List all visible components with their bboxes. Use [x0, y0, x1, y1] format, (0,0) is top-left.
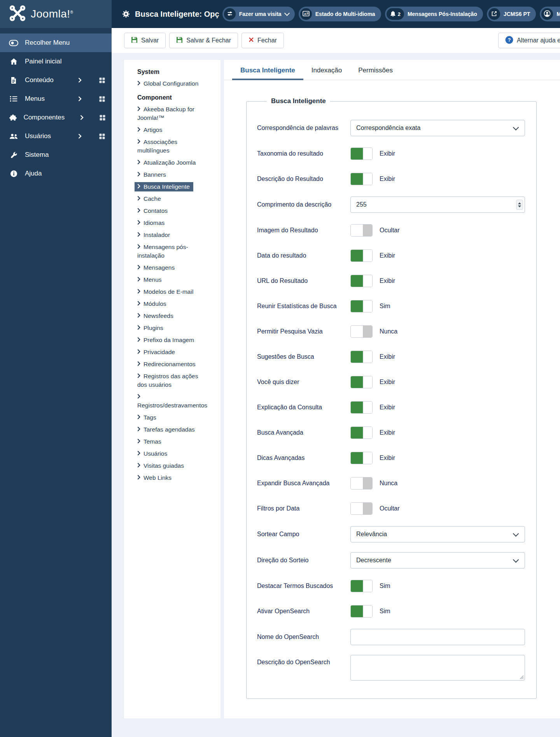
- reunir-estatisticas-de-busca-toggle[interactable]: [350, 300, 373, 312]
- notification-badge: 2: [398, 11, 401, 17]
- sidebar-item-ajuda[interactable]: Ajuda: [0, 164, 112, 183]
- settings-nav-item-instalador[interactable]: Instalador: [137, 231, 201, 239]
- wrench-icon: [9, 151, 18, 159]
- field-label: Sugestões de Busca: [257, 353, 350, 360]
- dashboard-grid-icon[interactable]: [97, 77, 107, 83]
- comprimento-da-descricao-input[interactable]: [350, 197, 525, 213]
- pill-estado-do-multi-idioma[interactable]: AEstado do Multi-idioma: [299, 7, 381, 21]
- tab-indexacao[interactable]: Indexação: [303, 60, 350, 80]
- settings-nav-item-cache[interactable]: Cache: [137, 195, 201, 203]
- field-row-direcao-do-sorteio: Direção do SorteioDecrescente: [257, 552, 525, 569]
- sidebar-item-label: Menus: [25, 95, 45, 103]
- settings-nav-item-redirecionamentos[interactable]: Redirecionamentos: [137, 360, 201, 368]
- permitir-pesquisa-vazia-toggle[interactable]: [350, 325, 373, 338]
- settings-nav-item-menus[interactable]: Menus: [137, 275, 201, 284]
- settings-nav-item-atualizacao-joomla[interactable]: Atualização Joomla: [137, 158, 201, 167]
- settings-nav-item-idiomas[interactable]: Idiomas: [137, 219, 201, 227]
- alternar-ajuda-em-linha-button[interactable]: ?Alternar ajuda em linha: [498, 33, 560, 48]
- settings-nav-item-global-configuration[interactable]: Global Configuration: [137, 79, 201, 88]
- settings-nav-item-inner: Atualização Joomla: [137, 159, 196, 166]
- sugestoes-de-busca-toggle[interactable]: [350, 351, 373, 363]
- settings-nav-item-artigos[interactable]: Artigos: [137, 126, 201, 134]
- number-stepper[interactable]: [516, 200, 523, 210]
- descricao-do-resultado-toggle[interactable]: [350, 173, 373, 185]
- settings-nav-item-usuarios[interactable]: Usuários: [137, 449, 201, 458]
- chevron-right-white-icon: [75, 77, 84, 83]
- sortear-campo-select[interactable]: Relevância: [350, 526, 525, 542]
- settings-nav-item-modelos-de-e-mail[interactable]: Modelos de E-mail: [137, 288, 201, 296]
- toggle-icon: [9, 40, 18, 46]
- pill-label: JCMS6 PT: [504, 11, 530, 17]
- settings-nav-item-contatos[interactable]: Contatos: [137, 207, 201, 215]
- nome-do-opensearch-input[interactable]: [350, 629, 525, 645]
- settings-nav-item-mensagens-pos-instalacao[interactable]: Mensagens pós-instalação: [137, 243, 201, 260]
- settings-nav-item-busca-inteligente[interactable]: Busca Inteligente: [137, 182, 201, 191]
- settings-nav-item-banners[interactable]: Banners: [137, 170, 201, 179]
- ativar-opensearch-toggle[interactable]: [350, 605, 373, 618]
- settings-nav-item-privacidade[interactable]: Privacidade: [137, 348, 201, 356]
- sidebar-item-sistema[interactable]: Sistema: [0, 146, 112, 164]
- data-do-resultado-toggle[interactable]: [350, 249, 373, 262]
- expandir-busca-avancada-toggle[interactable]: [350, 477, 373, 490]
- settings-nav-item-akeeba-backup-for-joomla[interactable]: Akeeba Backup for Joomla!™: [137, 105, 201, 122]
- chevron-right-dark-icon: [137, 348, 140, 356]
- settings-nav-item-tarefas-agendadas[interactable]: Tarefas agendadas: [137, 425, 201, 434]
- field-row-busca-avancada: Busca AvançadaExibir: [257, 425, 525, 440]
- dashboard-grid-icon[interactable]: [99, 115, 107, 121]
- url-do-resultado-toggle[interactable]: [350, 275, 373, 287]
- pill-label: Estado do Multi-idioma: [315, 11, 375, 17]
- settings-nav-item-mensagens[interactable]: Mensagens: [137, 263, 201, 272]
- settings-nav-item-prefixo-da-imagem[interactable]: Prefixo da Imagem: [137, 336, 201, 344]
- dashboard-grid-icon[interactable]: [97, 96, 107, 102]
- pill-menu-de-usuario[interactable]: Menu de Usuário: [540, 7, 560, 21]
- voce-quis-dizer-toggle[interactable]: [350, 376, 373, 388]
- info-icon: [9, 170, 18, 177]
- pill-fazer-uma-visita[interactable]: Fazer uma visita: [222, 7, 295, 21]
- button-label: Alternar ajuda em linha: [517, 37, 560, 44]
- settings-nav-item-temas[interactable]: Temas: [137, 437, 201, 446]
- explicacao-da-consulta-toggle[interactable]: [350, 401, 373, 414]
- settings-nav-item-modulos[interactable]: Módulos: [137, 300, 201, 308]
- settings-nav-item-registros-das-acoes-dos-usuarios[interactable]: Registros das ações dos usuários: [137, 372, 201, 389]
- settings-nav-item-visitas-guiadas[interactable]: Visitas guiadas: [137, 462, 201, 470]
- sidebar-item-usuarios[interactable]: Usuários: [0, 127, 112, 146]
- sidebar-item-conteudo[interactable]: Conteúdo: [0, 71, 112, 89]
- settings-nav-item-newsfeeds[interactable]: Newsfeeds: [137, 312, 201, 320]
- pill-mensagens-pos-instalacao[interactable]: 2Mensagens Pós-Instalação: [385, 7, 483, 21]
- settings-nav-item-label: Artigos: [144, 126, 162, 133]
- sidebar-item-painel-inicial[interactable]: Painel inicial: [0, 52, 112, 71]
- settings-nav-item-associacoes-multilingues[interactable]: Associações multilíngues: [137, 138, 201, 155]
- page-heading: Busca Inteligente: Opç: [122, 10, 219, 19]
- sidebar-item-recolher-menu[interactable]: Recolher Menu: [0, 33, 112, 52]
- salvar-fechar-button[interactable]: Salvar & Fechar: [169, 33, 238, 48]
- taxonomia-do-resultado-toggle[interactable]: [350, 147, 373, 160]
- field-label: Explicação da Consulta: [257, 404, 350, 411]
- settings-nav-item-registros-destravamentos[interactable]: Registros/destravamentos: [137, 393, 201, 410]
- settings-section-header: Component: [137, 94, 201, 101]
- salvar-button[interactable]: Salvar: [124, 33, 166, 48]
- settings-nav-item-web-links[interactable]: Web Links: [137, 474, 201, 482]
- dicas-avancadas-toggle[interactable]: [350, 452, 373, 464]
- fechar-button[interactable]: Fechar: [242, 33, 284, 48]
- pill-icon-circle: A: [300, 8, 312, 20]
- toggle-track: [351, 173, 363, 185]
- joomla-logo-icon[interactable]: [9, 5, 26, 23]
- dashboard-grid-icon[interactable]: [97, 133, 107, 139]
- tab-permissoes[interactable]: Permissões: [350, 60, 401, 80]
- correspondencia-de-palavras-select[interactable]: Correspondência exata: [350, 120, 525, 136]
- chevron-down-icon: [513, 557, 519, 563]
- sidebar-item-componentes[interactable]: Componentes: [0, 108, 112, 127]
- toggle-state-label: Exibir: [380, 454, 395, 462]
- busca-avancada-toggle[interactable]: [350, 426, 373, 439]
- tab-busca-inteligente[interactable]: Busca Inteligente: [232, 60, 303, 80]
- sidebar-item-menus[interactable]: Menus: [0, 89, 112, 108]
- direcao-do-sorteio-select[interactable]: Decrescente: [350, 552, 525, 569]
- pill-jcms6-pt[interactable]: JCMS6 PT: [487, 7, 536, 21]
- imagem-do-resultado-toggle[interactable]: [350, 224, 373, 237]
- settings-nav-item-plugins[interactable]: Plugins: [137, 324, 201, 332]
- destacar-termos-buscados-toggle[interactable]: [350, 580, 373, 592]
- settings-nav-item-label: Tags: [144, 414, 156, 421]
- settings-nav-item-tags[interactable]: Tags: [137, 413, 201, 422]
- descricao-do-opensearch-textarea[interactable]: [350, 655, 525, 681]
- filtros-por-data-toggle[interactable]: [350, 502, 373, 515]
